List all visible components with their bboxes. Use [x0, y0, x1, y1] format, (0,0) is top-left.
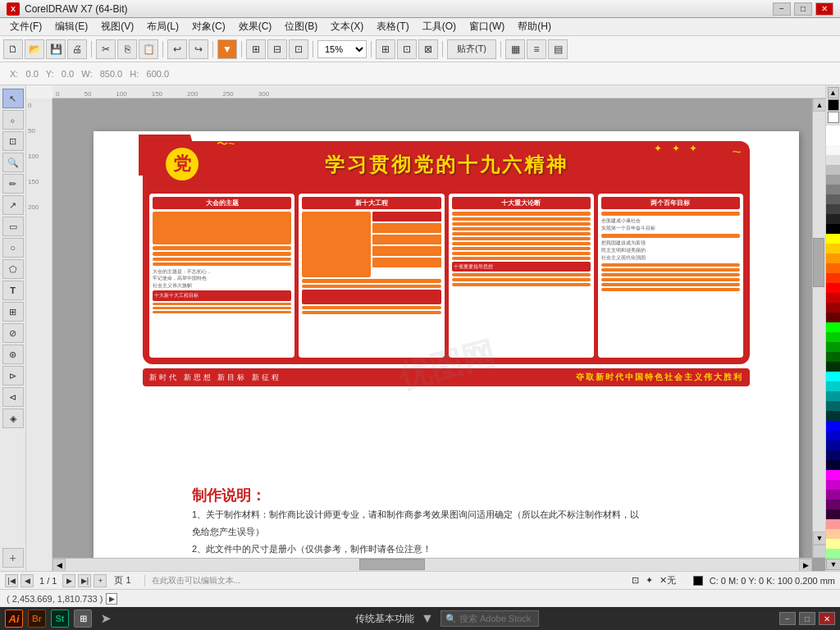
horizontal-scrollbar[interactable]: ◀ ▶	[52, 558, 812, 571]
vertical-scrollbar[interactable]: ▲ ▼	[812, 98, 825, 558]
color-white[interactable]	[828, 112, 839, 123]
add-page-btn[interactable]: +	[2, 548, 24, 568]
menu-window[interactable]: 窗口(W)	[463, 18, 511, 35]
eyedropper-tool[interactable]: ⊳	[2, 366, 24, 386]
polygon-tool[interactable]: ⬠	[2, 259, 24, 279]
print-button[interactable]: 🖨	[67, 39, 87, 59]
palette-down-button[interactable]: ▼	[826, 559, 840, 570]
rect-tool[interactable]: ▭	[2, 217, 24, 236]
color-swatch-5[interactable]	[826, 175, 840, 185]
close-button[interactable]: ✕	[815, 2, 833, 16]
table-tool[interactable]: ⊞	[2, 302, 24, 322]
color-swatch-20[interactable]	[826, 322, 840, 332]
color-swatch-43[interactable]	[826, 549, 840, 559]
save-button[interactable]: 💾	[46, 39, 66, 59]
scroll-h-track[interactable]	[66, 559, 799, 571]
open-button[interactable]: 📂	[25, 39, 44, 59]
scroll-v-thumb[interactable]	[813, 238, 824, 287]
color-swatch-35[interactable]	[826, 470, 840, 480]
color-swatch-39[interactable]	[826, 509, 840, 519]
color-swatch-12[interactable]	[826, 244, 840, 253]
menu-view[interactable]: 视图(V)	[94, 18, 140, 35]
fill-tool[interactable]: ⊲	[2, 387, 24, 407]
color-swatch-9[interactable]	[826, 214, 840, 224]
color-swatch-22[interactable]	[826, 342, 840, 352]
first-page-button[interactable]: |◀	[5, 574, 18, 587]
color-swatch-31[interactable]	[826, 431, 840, 441]
adobe-apps-arrow[interactable]: ➤	[97, 609, 115, 628]
color-swatch-3[interactable]	[826, 155, 840, 165]
snap-object-button[interactable]: ⊠	[418, 39, 438, 59]
crop-tool[interactable]: ⊡	[2, 131, 24, 151]
color-swatch-26[interactable]	[826, 381, 840, 391]
color-swatch-21[interactable]	[826, 332, 840, 342]
zoom-select[interactable]: 15%	[317, 40, 367, 58]
color-swatch-4[interactable]	[826, 165, 840, 175]
color-swatch-37[interactable]	[826, 490, 840, 500]
color-swatch-16[interactable]	[826, 283, 840, 293]
color-swatch-30[interactable]	[826, 421, 840, 431]
snap-button[interactable]: 贴齐(T)	[447, 39, 496, 59]
redo-button[interactable]: ↪	[189, 39, 208, 59]
menu-tools[interactable]: 工具(O)	[416, 18, 463, 35]
menu-text[interactable]: 文本(X)	[324, 18, 370, 35]
scroll-down-button[interactable]: ▼	[813, 532, 825, 545]
color-swatch-25[interactable]	[826, 372, 840, 381]
add-page-nav-button[interactable]: +	[94, 574, 107, 587]
menu-table[interactable]: 表格(T)	[370, 18, 415, 35]
import-button[interactable]: ▼	[217, 39, 237, 59]
freehand-tool[interactable]: ✏	[2, 174, 24, 194]
group-button[interactable]: ⊞	[246, 39, 266, 59]
adobe-br-icon[interactable]: Br	[28, 609, 46, 628]
color-swatch-19[interactable]	[826, 313, 840, 322]
menu-edit[interactable]: 编辑(E)	[48, 18, 94, 35]
color-black[interactable]	[828, 99, 839, 111]
color-swatch-40[interactable]	[826, 519, 840, 529]
color-swatch-0[interactable]	[826, 126, 840, 135]
adobe-ai-icon[interactable]: Ai	[5, 609, 23, 628]
scroll-left-button[interactable]: ◀	[52, 559, 66, 571]
node-tool[interactable]: ⬦	[2, 110, 24, 130]
menu-help[interactable]: 帮助(H)	[511, 18, 558, 35]
color-swatch-27[interactable]	[826, 391, 840, 401]
scroll-v-track[interactable]	[813, 112, 825, 532]
arrange-button[interactable]: ⊡	[289, 39, 308, 59]
color-swatch-38[interactable]	[826, 500, 840, 509]
undo-button[interactable]: ↩	[167, 39, 187, 59]
color-swatch-36[interactable]	[826, 480, 840, 490]
color-swatch-6[interactable]	[826, 185, 840, 194]
copy-button[interactable]: ⎘	[117, 39, 137, 59]
app-maximize-button[interactable]: □	[799, 612, 815, 625]
menu-layout[interactable]: 布局(L)	[140, 18, 185, 35]
menu-object[interactable]: 对象(C)	[185, 18, 232, 35]
color-swatch-28[interactable]	[826, 401, 840, 411]
color-swatch-34[interactable]	[826, 460, 840, 470]
text-tool[interactable]: T	[2, 281, 24, 300]
color-swatch-17[interactable]	[826, 293, 840, 303]
cut-button[interactable]: ✂	[96, 39, 116, 59]
smart-draw-tool[interactable]: ↗	[2, 195, 24, 215]
app-close-button[interactable]: ✕	[819, 612, 835, 625]
color-swatch-32[interactable]	[826, 441, 840, 450]
maximize-button[interactable]: □	[794, 2, 812, 16]
color-swatch-18[interactable]	[826, 303, 840, 313]
color-swatch-33[interactable]	[826, 450, 840, 460]
color-swatch-42[interactable]	[826, 539, 840, 549]
color-swatch-14[interactable]	[826, 263, 840, 273]
minimize-button[interactable]: −	[773, 2, 791, 16]
app-minimize-button[interactable]: −	[779, 612, 796, 625]
select-tool[interactable]: ↖	[2, 89, 24, 108]
parallel-tool[interactable]: ⊘	[2, 323, 24, 343]
page-indicator[interactable]: ▶	[106, 593, 117, 605]
snap-guide-button[interactable]: ⊡	[397, 39, 417, 59]
color-swatch-15[interactable]	[826, 273, 840, 283]
color-swatch-24[interactable]	[826, 362, 840, 372]
display-button[interactable]: ▤	[548, 39, 568, 59]
menu-file[interactable]: 文件(F)	[3, 18, 48, 35]
options-button[interactable]: ▦	[505, 39, 525, 59]
scroll-up-button[interactable]: ▲	[813, 98, 825, 112]
color-swatch-11[interactable]	[826, 234, 840, 244]
align-button[interactable]: ≡	[527, 39, 546, 59]
color-swatch-41[interactable]	[826, 529, 840, 539]
canvas-area[interactable]: 优图网 党 〜~	[52, 98, 825, 571]
